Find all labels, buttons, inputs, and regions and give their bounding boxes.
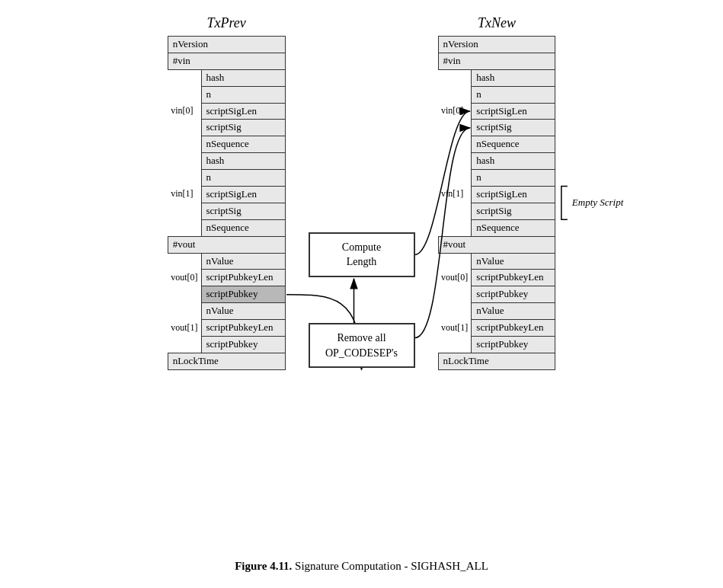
- vin0-scriptsiglen: scriptSigLen: [201, 103, 285, 120]
- table-row: vout[1] nValue: [168, 303, 285, 320]
- diagram-area: Empty Script TxPrev nVersion #vin vin[0]: [8, 15, 715, 551]
- vin0-hash: hash: [201, 69, 285, 86]
- vin0-scriptsig: scriptSig: [201, 120, 285, 136]
- new-vout1-nvalue: nValue: [472, 303, 555, 320]
- new-nvout-cell: #vout: [438, 236, 555, 253]
- remove-codesep-box: Remove allOP_CODESEP's: [309, 323, 415, 368]
- txnew-section: TxNew nVersion #vin vin[0] hash: [438, 15, 556, 551]
- vin1-hash: hash: [201, 153, 285, 170]
- table-row: nVersion: [168, 37, 285, 53]
- vout1-scriptpubkey: scriptPubkey: [201, 337, 285, 353]
- nversion-cell: nVersion: [168, 37, 285, 53]
- new-vout0-scriptpubkey: scriptPubkey: [472, 286, 555, 303]
- table-row: #vout: [438, 236, 555, 253]
- table-row: vin[1] hash: [438, 153, 555, 170]
- vout0-scriptpubkey: scriptPubkey: [201, 286, 285, 303]
- new-vin0-scriptsig: scriptSig: [472, 120, 555, 136]
- vout1-nvalue: nValue: [201, 303, 285, 320]
- table-row: #vin: [438, 53, 555, 69]
- new-vin1-scriptsig: scriptSig: [472, 203, 555, 219]
- txnew-title: TxNew: [478, 15, 516, 31]
- table-row: nLockTime: [168, 353, 285, 369]
- vin0-nsequence: nSequence: [201, 136, 285, 153]
- new-vin1-scriptsiglen: scriptSigLen: [472, 187, 555, 203]
- new-vin0-scriptsiglen: scriptSigLen: [472, 103, 555, 120]
- vout0-scriptpubkeylen: scriptPubkeyLen: [201, 270, 285, 286]
- table-row: #vout: [168, 236, 285, 253]
- figure-label: Figure 4.11.: [235, 560, 292, 572]
- new-vout0-nvalue: nValue: [472, 253, 555, 270]
- new-vin1-hash: hash: [472, 153, 555, 170]
- figure-desc: Signature Computation - SIGHASH_ALL: [295, 560, 488, 572]
- txnew-table: nVersion #vin vin[0] hash n sc: [438, 36, 556, 370]
- vin1-nsequence: nSequence: [201, 219, 285, 236]
- new-vout0-scriptpubkeylen: scriptPubkeyLen: [472, 270, 555, 286]
- svg-text:Empty Script: Empty Script: [571, 197, 624, 208]
- new-vin1-n: n: [472, 170, 555, 187]
- vin0-label: vin[0]: [168, 69, 201, 152]
- vin1-n: n: [201, 170, 285, 187]
- vout1-scriptpubkeylen: scriptPubkeyLen: [201, 320, 285, 337]
- vin1-scriptsiglen: scriptSigLen: [201, 187, 285, 203]
- table-row: nVersion: [438, 37, 555, 53]
- table-row: vout[0] nValue: [438, 253, 555, 270]
- nvin-cell: #vin: [168, 53, 285, 69]
- vin0-n: n: [201, 86, 285, 103]
- txprev-title: TxPrev: [206, 15, 245, 31]
- new-vin0-nsequence: nSequence: [472, 136, 555, 153]
- new-vout0-label: vout[0]: [438, 253, 472, 303]
- new-vin1-label: vin[1]: [438, 153, 472, 236]
- new-vin0-label: vin[0]: [438, 69, 472, 152]
- table-row: vin[0] hash: [168, 69, 285, 86]
- figure-caption: Figure 4.11. Signature Computation - SIG…: [235, 560, 488, 580]
- table-row: #vin: [168, 53, 285, 69]
- vout1-label: vout[1]: [168, 303, 201, 353]
- nvout-cell: #vout: [168, 236, 285, 253]
- new-nversion-cell: nVersion: [438, 37, 555, 53]
- middle-section: ComputeLength Remove allOP_CODESEP's: [309, 50, 415, 551]
- new-nlocktime-cell: nLockTime: [438, 353, 555, 369]
- new-vout1-scriptpubkeylen: scriptPubkeyLen: [472, 320, 555, 337]
- new-vin0-n: n: [472, 86, 555, 103]
- new-vout1-label: vout[1]: [438, 303, 472, 353]
- new-vout1-scriptpubkey: scriptPubkey: [472, 337, 555, 353]
- txprev-table: nVersion #vin vin[0] hash n sc: [168, 36, 286, 370]
- table-row: vout[1] nValue: [438, 303, 555, 320]
- txprev-section: TxPrev nVersion #vin vin[0] hash: [168, 15, 286, 551]
- table-row: vin[0] hash: [438, 69, 555, 86]
- new-vin0-hash: hash: [472, 69, 555, 86]
- compute-length-box: ComputeLength: [309, 232, 415, 277]
- diagram-container: Empty Script TxPrev nVersion #vin vin[0]: [0, 0, 723, 588]
- vin1-label: vin[1]: [168, 153, 201, 236]
- table-row: nLockTime: [438, 353, 555, 369]
- new-nvin-cell: #vin: [438, 53, 555, 69]
- new-vin1-nsequence: nSequence: [472, 219, 555, 236]
- nlocktime-cell: nLockTime: [168, 353, 285, 369]
- vout0-nvalue: nValue: [201, 253, 285, 270]
- vin1-scriptsig: scriptSig: [201, 203, 285, 219]
- table-row: vout[0] nValue: [168, 253, 285, 270]
- table-row: vin[1] hash: [168, 153, 285, 170]
- vout0-label: vout[0]: [168, 253, 201, 303]
